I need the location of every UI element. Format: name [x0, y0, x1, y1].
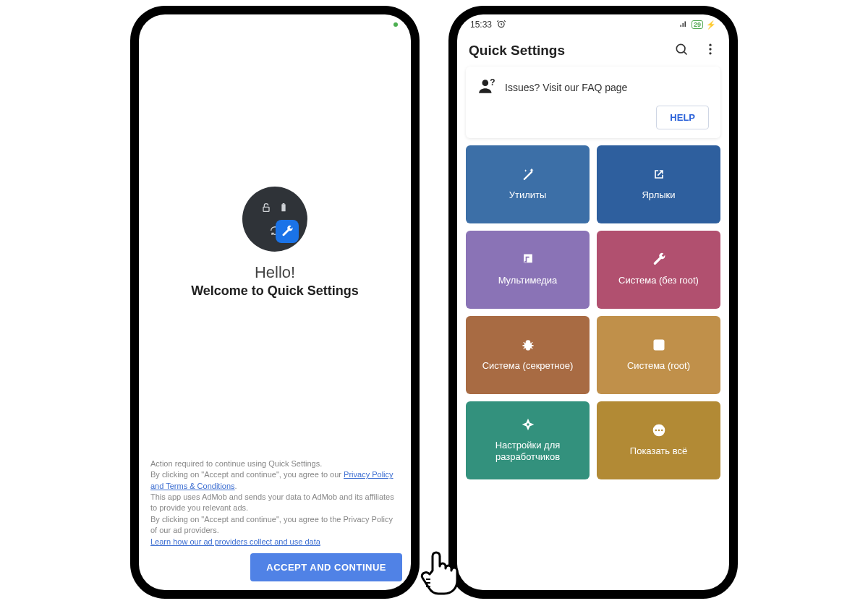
- tile-label: Система (root): [627, 360, 690, 372]
- svg-point-12: [655, 430, 657, 432]
- tile-compass[interactable]: Настройки для разработчиков: [466, 401, 590, 479]
- tiles-grid: УтилитыЯрлыкиМультимедиаСистема (без roo…: [466, 145, 720, 479]
- appbar-title: Quick Settings: [469, 43, 565, 59]
- faq-card: ? Issues? Visit our FAQ page HELP: [466, 67, 720, 138]
- search-icon[interactable]: [674, 42, 689, 59]
- tile-label: Показать всё: [630, 445, 687, 457]
- battery-status-icon: 29: [692, 20, 703, 29]
- screen-main: 15:33 29 ⚡ Quick Settings: [457, 14, 729, 590]
- wand-icon: [520, 166, 536, 182]
- phone-left: Hello! Welcome to Quick Settings Action …: [130, 6, 420, 599]
- tile-label: Система (без root): [618, 275, 699, 286]
- tile-bug[interactable]: Система (секретное): [466, 316, 590, 394]
- tile-wand[interactable]: Утилиты: [466, 145, 590, 223]
- alarm-icon: [496, 19, 506, 31]
- welcome-body: Hello! Welcome to Quick Settings: [139, 35, 411, 451]
- tile-hash[interactable]: Система (root): [597, 316, 720, 394]
- status-dot-icon: [393, 22, 398, 27]
- svg-point-6: [709, 48, 711, 50]
- hello-title: Hello!: [255, 263, 295, 282]
- svg-point-4: [676, 44, 685, 53]
- wrench-icon: [651, 252, 667, 268]
- shortcut-icon: [651, 166, 667, 182]
- help-person-icon: ?: [477, 77, 496, 98]
- svg-rect-2: [283, 203, 285, 204]
- status-time: 15:33: [470, 20, 492, 30]
- tile-shortcut[interactable]: Ярлыки: [597, 145, 720, 223]
- svg-point-7: [709, 52, 711, 54]
- signal-icon: [678, 20, 689, 30]
- hash-icon: [651, 337, 667, 353]
- more-icon[interactable]: [703, 42, 718, 59]
- learn-link[interactable]: Learn how our ad providers collect and u…: [150, 537, 320, 546]
- accept-continue-button[interactable]: ACCEPT AND CONTINUE: [250, 553, 402, 581]
- svg-point-5: [709, 44, 711, 46]
- tile-label: Мультимедиа: [498, 275, 558, 286]
- tile-label: Ярлыки: [642, 189, 675, 201]
- bug-icon: [520, 337, 536, 353]
- welcome-subtitle: Welcome to Quick Settings: [191, 283, 359, 299]
- compass-icon: [520, 417, 536, 432]
- legal-line: This app uses AdMob and sends your data …: [150, 492, 399, 514]
- status-bar: [139, 14, 411, 35]
- screen-welcome: Hello! Welcome to Quick Settings Action …: [139, 14, 411, 590]
- legal-text: Action required to continue using Quick …: [139, 451, 411, 553]
- faq-text: Issues? Visit our FAQ page: [505, 82, 627, 93]
- tile-wrench[interactable]: Система (без root): [597, 231, 720, 309]
- svg-point-14: [660, 430, 663, 432]
- wrench-badge-icon: [276, 220, 299, 243]
- tile-label: Система (секретное): [482, 360, 574, 372]
- status-bar: 15:33 29 ⚡: [457, 14, 729, 35]
- legal-line: Action required to continue using Quick …: [150, 458, 399, 469]
- battery-percent: 29: [694, 21, 701, 28]
- app-logo: [242, 187, 307, 252]
- tile-music[interactable]: Мультимедиа: [466, 231, 590, 309]
- svg-text:?: ?: [490, 77, 495, 88]
- svg-rect-0: [263, 208, 269, 212]
- dots-icon: [651, 422, 667, 438]
- tile-label: Утилиты: [509, 189, 547, 201]
- music-icon: [520, 252, 536, 268]
- svg-rect-1: [281, 205, 285, 212]
- phone-right: 15:33 29 ⚡ Quick Settings: [448, 6, 738, 599]
- help-button[interactable]: HELP: [656, 106, 709, 129]
- legal-line: By clicking on "Accept and continue", yo…: [150, 514, 399, 537]
- tile-dots[interactable]: Показать всё: [597, 401, 720, 479]
- charge-icon: ⚡: [706, 20, 716, 30]
- svg-point-13: [658, 430, 660, 432]
- lock-icon: [260, 201, 273, 214]
- battery-icon: [277, 201, 290, 214]
- app-bar: Quick Settings: [457, 35, 729, 67]
- tile-label: Настройки для разработчиков: [472, 440, 584, 462]
- svg-rect-10: [653, 340, 664, 351]
- legal-fragment: By clicking on "Accept and continue", yo…: [150, 470, 344, 479]
- legal-line: By clicking on "Accept and continue", yo…: [150, 469, 399, 492]
- svg-point-8: [482, 80, 489, 86]
- legal-fragment: .: [235, 482, 237, 490]
